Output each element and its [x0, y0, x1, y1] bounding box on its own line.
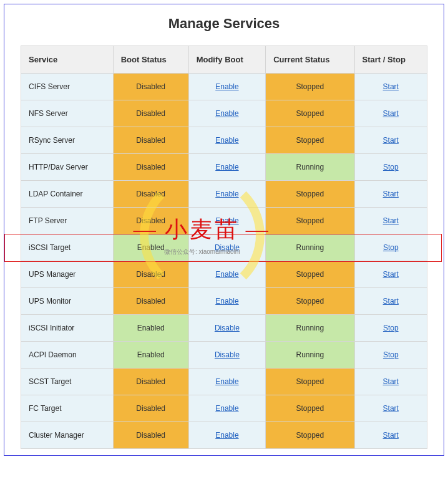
modify-boot-link[interactable]: Enable [215, 216, 238, 225]
start-stop-link[interactable]: Start [383, 404, 399, 413]
start-stop-cell: Start [354, 74, 427, 100]
service-name: FTP Server [21, 208, 114, 234]
start-stop-cell: Start [354, 100, 427, 127]
service-name: CIFS Server [21, 74, 114, 100]
start-stop-link[interactable]: Start [383, 377, 399, 386]
current-status: Stopped [266, 369, 354, 395]
col-modify-boot: Modify Boot [188, 46, 266, 74]
current-status: Running [266, 154, 354, 181]
start-stop-link[interactable]: Start [383, 431, 399, 440]
current-status: Stopped [266, 288, 354, 315]
modify-boot-link[interactable]: Enable [215, 404, 238, 413]
current-status: Stopped [266, 261, 354, 288]
modify-boot-link[interactable]: Disable [215, 243, 240, 252]
start-stop-cell: Start [354, 208, 427, 234]
start-stop-link[interactable]: Stop [383, 243, 399, 252]
boot-status: Disabled [113, 154, 188, 181]
modify-boot-cell: Enable [188, 422, 266, 449]
service-name: NFS Server [21, 100, 114, 127]
current-status: Running [266, 342, 354, 369]
current-status: Stopped [266, 208, 354, 234]
service-name: iSCSI Initiator [21, 315, 114, 342]
start-stop-link[interactable]: Start [383, 109, 399, 118]
start-stop-link[interactable]: Start [383, 190, 399, 198]
col-current-status: Current Status [266, 46, 354, 74]
boot-status: Disabled [113, 181, 188, 208]
boot-status: Disabled [113, 288, 188, 315]
current-status: Stopped [266, 74, 354, 100]
col-service: Service [21, 46, 114, 74]
start-stop-link[interactable]: Start [383, 297, 399, 306]
boot-status: Enabled [113, 234, 188, 261]
modify-boot-link[interactable]: Enable [215, 270, 238, 279]
modify-boot-cell: Enable [188, 74, 266, 100]
service-name: ACPI Daemon [21, 342, 114, 369]
modify-boot-link[interactable]: Enable [215, 82, 238, 91]
service-name: HTTP/Dav Server [21, 154, 114, 181]
current-status: Running [266, 315, 354, 342]
start-stop-cell: Start [354, 181, 427, 208]
modify-boot-link[interactable]: Enable [215, 109, 238, 118]
page-container: Manage Services Service Boot Status Modi… [4, 4, 444, 456]
services-table: Service Boot Status Modify Boot Current … [21, 46, 427, 449]
service-name: RSync Server [21, 127, 114, 154]
start-stop-cell: Start [354, 288, 427, 315]
modify-boot-cell: Enable [188, 208, 266, 234]
service-name: SCST Target [21, 369, 114, 395]
start-stop-link[interactable]: Start [383, 270, 399, 279]
table-row: iSCSI TargetEnabledDisableRunningStop [21, 234, 427, 261]
modify-boot-cell: Enable [188, 369, 266, 395]
table-row: CIFS ServerDisabledEnableStoppedStart [21, 74, 427, 100]
modify-boot-cell: Enable [188, 261, 266, 288]
boot-status: Disabled [113, 261, 188, 288]
table-row: LDAP ContainerDisabledEnableStoppedStart [21, 181, 427, 208]
start-stop-cell: Start [354, 369, 427, 395]
current-status: Stopped [266, 127, 354, 154]
start-stop-cell: Start [354, 422, 427, 449]
start-stop-link[interactable]: Stop [383, 324, 399, 332]
table-row: HTTP/Dav ServerDisabledEnableRunningStop [21, 154, 427, 181]
modify-boot-cell: Enable [188, 288, 266, 315]
start-stop-cell: Start [354, 395, 427, 422]
modify-boot-cell: Enable [188, 154, 266, 181]
modify-boot-link[interactable]: Enable [215, 136, 238, 145]
start-stop-cell: Stop [354, 234, 427, 261]
modify-boot-cell: Enable [188, 395, 266, 422]
start-stop-link[interactable]: Stop [383, 163, 399, 171]
start-stop-link[interactable]: Start [383, 136, 399, 145]
table-row: SCST TargetDisabledEnableStoppedStart [21, 369, 427, 395]
table-row: NFS ServerDisabledEnableStoppedStart [21, 100, 427, 127]
table-row: FC TargetDisabledEnableStoppedStart [21, 395, 427, 422]
service-name: UPS Manager [21, 261, 114, 288]
services-table-wrap: Service Boot Status Modify Boot Current … [4, 46, 444, 449]
boot-status: Enabled [113, 315, 188, 342]
boot-status: Disabled [113, 422, 188, 449]
start-stop-cell: Start [354, 261, 427, 288]
modify-boot-cell: Disable [188, 342, 266, 369]
page-title: Manage Services [4, 4, 444, 46]
start-stop-link[interactable]: Start [383, 216, 399, 225]
table-row: RSync ServerDisabledEnableStoppedStart [21, 127, 427, 154]
modify-boot-cell: Enable [188, 100, 266, 127]
service-name: UPS Monitor [21, 288, 114, 315]
modify-boot-link[interactable]: Enable [215, 431, 238, 440]
modify-boot-link[interactable]: Disable [215, 350, 240, 359]
col-start-stop: Start / Stop [354, 46, 427, 74]
start-stop-link[interactable]: Start [383, 82, 399, 91]
service-name: Cluster Manager [21, 422, 114, 449]
modify-boot-link[interactable]: Enable [215, 163, 238, 171]
service-name: FC Target [21, 395, 114, 422]
table-row: ACPI DaemonEnabledDisableRunningStop [21, 342, 427, 369]
current-status: Stopped [266, 100, 354, 127]
modify-boot-link[interactable]: Enable [215, 297, 238, 306]
start-stop-cell: Stop [354, 154, 427, 181]
modify-boot-link[interactable]: Enable [215, 377, 238, 386]
start-stop-link[interactable]: Stop [383, 350, 399, 359]
modify-boot-link[interactable]: Disable [215, 324, 240, 332]
table-header-row: Service Boot Status Modify Boot Current … [21, 46, 427, 74]
table-row: FTP ServerDisabledEnableStoppedStart [21, 208, 427, 234]
current-status: Running [266, 234, 354, 261]
modify-boot-link[interactable]: Enable [215, 190, 238, 198]
table-row: UPS ManagerDisabledEnableStoppedStart [21, 261, 427, 288]
boot-status: Disabled [113, 74, 188, 100]
